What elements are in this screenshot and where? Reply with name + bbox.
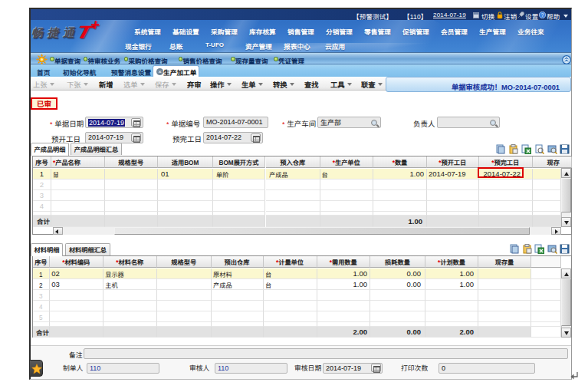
svg-text:?: ? (541, 12, 544, 17)
